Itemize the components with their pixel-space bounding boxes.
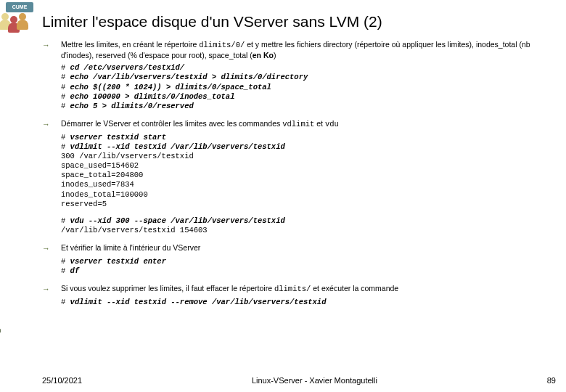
- arrow-icon: →: [42, 118, 61, 130]
- code-block-2a: # vserver testxid start # vdlimit --xid …: [61, 133, 556, 209]
- bullet-3: → Et vérifier la limite à l'intérieur du…: [42, 242, 556, 254]
- footer-date: 25/10/2021: [42, 376, 82, 385]
- bullet-2-text: Démarrer le VServer et contrôler les lim…: [61, 118, 556, 130]
- arrow-icon: →: [42, 242, 61, 254]
- arrow-icon: →: [42, 39, 61, 60]
- logo-badge: CUME: [6, 2, 33, 12]
- bullet-4: → Si vous voulez supprimer les limites, …: [42, 283, 556, 295]
- bullet-3-text: Et vérifier la limite à l'intérieur du V…: [61, 242, 556, 254]
- logo-corner: CUME: [0, 0, 36, 33]
- footer: 25/10/2021 Linux-VServer - Xavier Montag…: [42, 376, 556, 385]
- sidebar-label: Stage CUME Virtualisation: [0, 212, 1, 348]
- code-block-4: # vdlimit --xid testxid --remove /var/li…: [61, 298, 556, 307]
- code-block-3: # vserver testxid enter # df: [61, 257, 556, 276]
- code-block-1: # cd /etc/vservers/testxid/ # echo /var/…: [61, 63, 556, 111]
- people-icon: [0, 13, 35, 35]
- page-title: Limiter l'espace disque d'un VServer san…: [42, 13, 382, 30]
- slide-content: → Mettre les limites, en créant le réper…: [42, 39, 556, 314]
- footer-page: 89: [547, 376, 556, 385]
- footer-center: Linux-VServer - Xavier Montagutelli: [252, 376, 377, 385]
- arrow-icon: →: [42, 283, 61, 295]
- code-block-2b: # vdu --xid 300 --space /var/lib/vserver…: [61, 216, 556, 235]
- bullet-1-text: Mettre les limites, en créant le réperto…: [61, 39, 556, 60]
- bullet-2: → Démarrer le VServer et contrôler les l…: [42, 118, 556, 130]
- bullet-1: → Mettre les limites, en créant le réper…: [42, 39, 556, 60]
- bullet-4-text: Si vous voulez supprimer les limites, il…: [61, 283, 556, 295]
